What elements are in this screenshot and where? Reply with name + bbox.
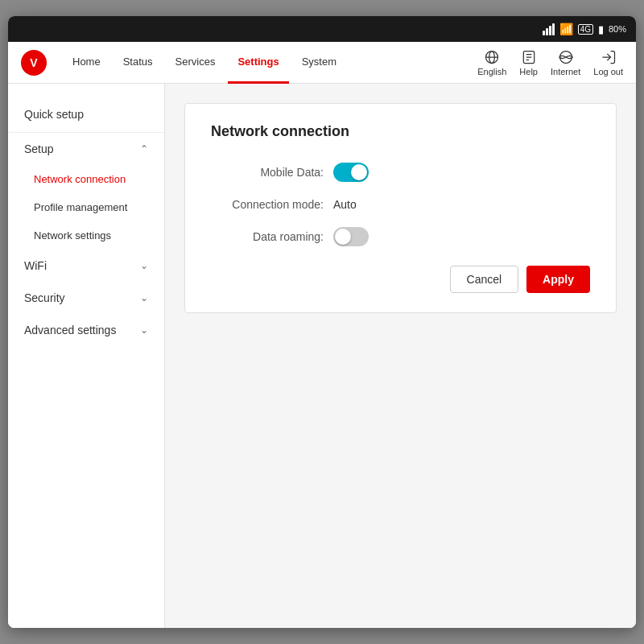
svg-text:V: V (30, 56, 38, 69)
help-button[interactable]: Help (519, 49, 538, 76)
main-area: Quick setup Setup ⌃ Network connection P… (8, 84, 636, 628)
nav-home[interactable]: Home (63, 42, 110, 84)
connection-mode-row: Connection mode: Auto (211, 198, 590, 211)
data-roaming-toggle[interactable] (333, 227, 369, 246)
sidebar-item-wifi[interactable]: WiFi ⌄ (8, 250, 164, 282)
nav-settings[interactable]: Settings (228, 42, 288, 84)
battery-icon: ▮ (598, 23, 604, 35)
logout-label: Log out (593, 67, 623, 76)
status-bar: 📶 4G ▮ 80% (8, 16, 636, 42)
sidebar-subitem-network-settings[interactable]: Network settings (8, 221, 164, 250)
security-label: Security (24, 291, 65, 304)
cancel-button[interactable]: Cancel (450, 266, 519, 293)
sidebar-item-quick-setup[interactable]: Quick setup (8, 97, 164, 133)
button-row: Cancel Apply (211, 266, 590, 293)
logout-button[interactable]: Log out (593, 49, 623, 76)
mobile-data-knob (351, 164, 367, 180)
apply-button[interactable]: Apply (526, 266, 590, 293)
device-frame: 📶 4G ▮ 80% V Home Status Services Settin… (8, 16, 636, 628)
mobile-data-row: Mobile Data: (211, 163, 590, 182)
page-title: Network connection (211, 123, 590, 140)
language-label: English (477, 67, 506, 76)
advanced-chevron-icon: ⌄ (140, 324, 148, 336)
setup-submenu: Network connection Profile management Ne… (8, 165, 164, 250)
wifi-label: WiFi (24, 259, 47, 272)
setup-label: Setup (24, 142, 54, 155)
security-chevron-icon: ⌄ (140, 292, 148, 303)
nav-links: Home Status Services Settings System (63, 42, 477, 84)
connection-mode-value: Auto (333, 198, 357, 211)
mobile-data-label: Mobile Data: (211, 166, 324, 179)
wifi-icon: 📶 (559, 23, 573, 35)
sidebar: Quick setup Setup ⌃ Network connection P… (8, 84, 165, 628)
sidebar-subitem-profile-management[interactable]: Profile management (8, 193, 164, 221)
content-area: Network connection Mobile Data: Connecti… (165, 84, 636, 628)
advanced-settings-label: Advanced settings (24, 324, 116, 336)
logout-icon (601, 49, 617, 65)
language-button[interactable]: English (477, 49, 506, 76)
sidebar-subitem-network-connection[interactable]: Network connection (8, 165, 164, 193)
data-roaming-knob (335, 229, 351, 245)
wifi-chevron-icon: ⌄ (140, 260, 148, 271)
data-roaming-label: Data roaming: (211, 230, 324, 243)
mobile-data-toggle[interactable] (333, 163, 369, 182)
nav-services[interactable]: Services (166, 42, 225, 84)
content-card: Network connection Mobile Data: Connecti… (184, 103, 617, 313)
setup-chevron-icon: ⌃ (140, 143, 148, 155)
internet-button[interactable]: Internet (551, 49, 580, 76)
nav-status[interactable]: Status (114, 42, 163, 84)
internet-icon (558, 49, 574, 65)
nav-system[interactable]: System (292, 42, 346, 84)
sidebar-item-advanced-settings[interactable]: Advanced settings ⌄ (8, 314, 164, 346)
help-label: Help (519, 67, 538, 76)
signal-icon (543, 23, 555, 35)
help-icon (521, 49, 537, 65)
sidebar-item-setup[interactable]: Setup ⌃ (8, 133, 164, 165)
network-type-badge: 4G (578, 24, 593, 35)
globe-icon (484, 49, 500, 65)
top-nav: V Home Status Services Settings System E… (8, 42, 636, 84)
internet-label: Internet (551, 67, 580, 76)
nav-right-actions: English Help Internet Log out (477, 49, 623, 76)
sidebar-item-security[interactable]: Security ⌄ (8, 282, 164, 314)
connection-mode-label: Connection mode: (211, 198, 324, 211)
battery-level: 80% (609, 24, 626, 34)
vodafone-logo: V (21, 50, 47, 76)
data-roaming-row: Data roaming: (211, 227, 590, 246)
